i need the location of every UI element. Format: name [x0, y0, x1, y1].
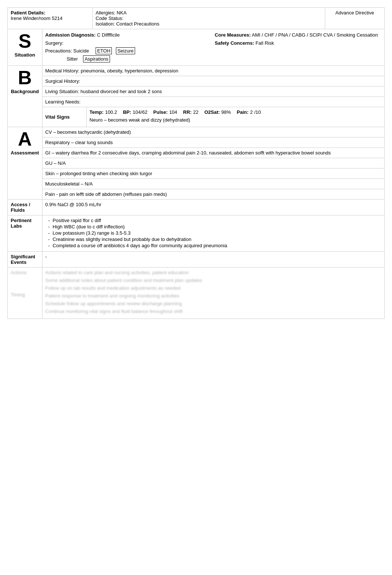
- pulse-item: Pulse: 104: [153, 109, 177, 115]
- lab-item-5: Completed a course off antibiotics 4 day…: [48, 243, 381, 248]
- blurred-label-1: Actions: [11, 270, 39, 275]
- vital-signs-label-cell: Vital Signs: [42, 107, 86, 127]
- musculoskeletal-cell: Musculoskeletal – N/A: [42, 178, 384, 189]
- situation-content: Admission Diagnosis: C Difffficile Surge…: [42, 29, 384, 66]
- precautions-line: Precautions: Suicide ETOH Seizure: [45, 47, 212, 55]
- isolation: Isolation: Contact Precautions: [96, 21, 322, 27]
- access-fluids-value: 0.9% NaCl @ 100.5 mL/hr: [45, 202, 381, 207]
- blurred-line3: Follow up on lab results and medication …: [45, 285, 381, 291]
- admission-diagnosis: Admission Diagnosis: C Difffficile: [45, 31, 212, 39]
- background-label: Background: [11, 89, 39, 94]
- labs-list: Positive rapid ffor c diff High WBC (due…: [45, 218, 381, 248]
- gu-line: GU – N/A: [45, 160, 381, 166]
- lab-item-4: Creatinine was slightly increased but pr…: [48, 237, 381, 242]
- blurred-line5: Schedule follow up appointments and revi…: [45, 301, 381, 306]
- pain-item: Pain: 2 /10: [237, 109, 261, 115]
- pain-cell: Pain - pain on lefft side off abdomen (r…: [42, 189, 384, 199]
- respiratory-line: Respiratory – clear lung sounds: [45, 140, 381, 145]
- access-fluids-label-cell: Access / Fluids: [8, 199, 42, 215]
- respiratory-cell: Respiratory – clear lung sounds: [42, 137, 384, 147]
- lab-item-3: Low potassium (3.2) range is 3.5-5.3: [48, 230, 381, 236]
- assessment-letter: A: [11, 129, 39, 149]
- temp-item: Temp: 100.2: [90, 109, 117, 115]
- advance-directive: Advance Directive: [331, 10, 378, 16]
- blurred-content-cell: Actions related to care plan and nursing…: [42, 267, 384, 319]
- blurred-line6: Continue monitoring vital signs and flui…: [45, 309, 381, 314]
- patient-name-room: Irene Winder/room 5214: [11, 16, 89, 21]
- learning-needs: Learning Needs:: [45, 99, 381, 105]
- rr-item: RR: 22: [183, 109, 199, 115]
- medical-history: Medical History: pneumonia, obesity, hyp…: [45, 68, 381, 74]
- surgical-history-cell: Surgical History:: [42, 76, 384, 86]
- skin-cell: Skin – prolonged tinting when checking s…: [42, 168, 384, 178]
- safety-concerns: Safety Concerns: Fall Risk: [215, 40, 381, 47]
- advance-directive-section: Advance Directive: [325, 8, 384, 29]
- neuro-line: Neuro – becomes weak and dizzy (dehydrat…: [90, 116, 381, 124]
- gi-line: GI – watery diarrhea ffor 2 consecutive …: [45, 150, 381, 156]
- lab-item-1: Positive rapid ffor c diff: [48, 218, 381, 223]
- background-letter-cell: B Background: [8, 66, 42, 127]
- blurred-line2: Some additional notes about patient cond…: [45, 278, 381, 283]
- vitals-row: Temp: 100.2 BP: 104/62 Pulse: 104 RR: 22: [90, 109, 381, 115]
- lab-item-2: High WBC (due to c diff inffection): [48, 224, 381, 229]
- core-measures: Core Measures: AMI / CHF / PNA / CABG / …: [215, 31, 381, 39]
- background-letter: B: [11, 68, 39, 87]
- surgical-history: Surgical History:: [45, 78, 381, 84]
- assessment-letter-cell: A Assessment: [8, 127, 42, 199]
- medical-history-cell: Medical History: pneumonia, obesity, hyp…: [42, 66, 384, 76]
- gu-cell: GU – N/A: [42, 158, 384, 168]
- cv-cell: CV – becomes tachycardic (dehydrated): [42, 127, 384, 137]
- code-status: Code Status:: [96, 16, 322, 21]
- bp-item: BP: 104/62: [123, 109, 147, 115]
- patient-details-section: Patient Details: Irene Winder/room 5214: [8, 8, 93, 29]
- access-fluids-value-cell: 0.9% NaCl @ 100.5 mL/hr: [42, 199, 384, 215]
- sitter-line: Sitter Aspirations: [45, 55, 212, 63]
- assessment-label: Assessment: [11, 150, 39, 156]
- seizure-badge: Seizure: [116, 47, 135, 54]
- living-situation-cell: Living Situation: husband divorced her a…: [42, 86, 384, 97]
- situation-letter-cell: S Situation: [8, 29, 42, 66]
- blurred-label-cell: Actions Timing: [8, 267, 42, 319]
- situation-label: Situation: [11, 52, 39, 58]
- pertinent-labs-label-cell: Pertinent Labs: [8, 215, 42, 251]
- pertinent-labs-content-cell: Positive rapid ffor c diff High WBC (due…: [42, 215, 384, 251]
- gi-cell: GI – watery diarrhea ffor 2 consecutive …: [42, 147, 384, 158]
- living-situation: Living Situation: husband divorced her a…: [45, 89, 381, 94]
- etoh-badge: ETOH: [96, 47, 112, 54]
- musculoskeletal-line: Musculoskeletal – N/A: [45, 181, 381, 187]
- allergies: Allergies: NKA: [96, 10, 322, 16]
- blurred-content: Actions related to care plan and nursing…: [45, 270, 381, 314]
- surgery-line: Surgery:: [45, 40, 212, 47]
- blurred-line1: Actions related to care plan and nursing…: [45, 270, 381, 275]
- vital-signs-data-cell: Temp: 100.2 BP: 104/62 Pulse: 104 RR: 22: [86, 107, 384, 127]
- significant-events-label-cell: Significant Events: [8, 251, 42, 267]
- situation-letter: S: [11, 31, 39, 51]
- blurred-label-2: Timing: [11, 292, 39, 297]
- allergies-section: Allergies: NKA Code Status: Isolation: C…: [93, 8, 325, 29]
- significant-events-value: -: [45, 254, 381, 259]
- aspirations-badge: Aspirations: [83, 55, 110, 62]
- significant-events-value-cell: -: [42, 251, 384, 267]
- learning-needs-cell: Learning Needs:: [42, 97, 384, 107]
- o2sat-item: O2Sat: 98%: [204, 109, 231, 115]
- skin-line: Skin – prolonged tinting when checking s…: [45, 171, 381, 176]
- cv-line: CV – becomes tachycardic (dehydrated): [45, 129, 381, 135]
- pain-line: Pain - pain on lefft side off abdomen (r…: [45, 191, 381, 197]
- patient-label: Patient Details:: [11, 10, 89, 16]
- blurred-line4: Patient response to treatment and ongoin…: [45, 293, 381, 299]
